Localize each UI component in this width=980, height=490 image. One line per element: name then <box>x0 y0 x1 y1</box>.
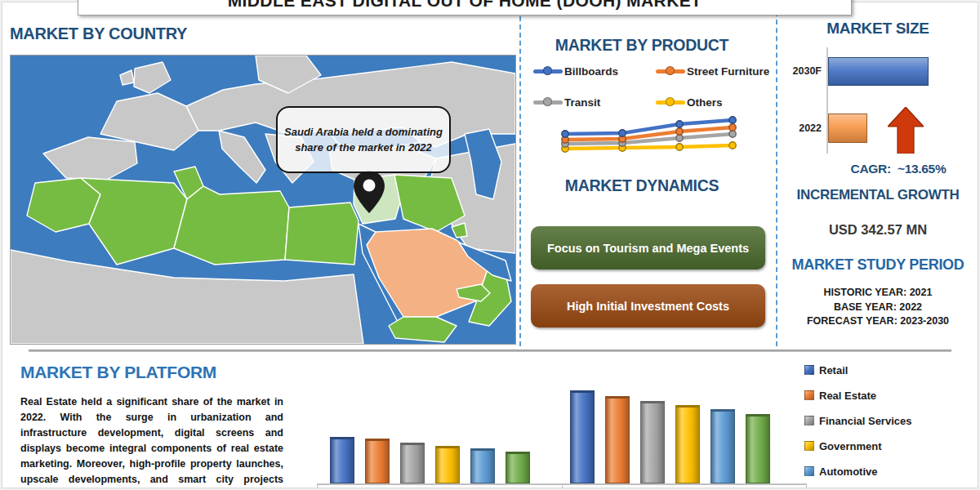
data-point-marker <box>676 121 683 127</box>
title-banner: MIDDLE EAST DIGITAL OUT OF HOME (DOOH) M… <box>78 0 852 16</box>
cagr-label: CAGR: <box>851 162 891 176</box>
restraint-box: High Initial Investment Costs <box>531 284 765 327</box>
legend-swatch-icon <box>804 441 814 451</box>
bar-automotive <box>470 448 495 483</box>
platform-legend-label: Government <box>819 440 882 452</box>
product-legend-item-others: Others <box>656 96 772 109</box>
platform-legend-item-automotive: Automotive <box>804 466 911 477</box>
map-region-libya <box>174 186 289 265</box>
page-title: MIDDLE EAST DIGITAL OUT OF HOME (DOOH) M… <box>228 0 702 11</box>
map-region-egypt <box>285 203 359 265</box>
market-size-bar-2022 <box>828 114 867 143</box>
map-graphic <box>11 56 515 344</box>
data-point-marker <box>729 131 736 137</box>
product-legend-label: Billboards <box>564 65 618 78</box>
data-point-marker <box>729 142 736 149</box>
market-dynamics-heading: MARKET DYNAMICS <box>535 176 749 195</box>
legend-swatch-icon <box>804 466 814 476</box>
market-size-label-2022: 2022 <box>776 122 822 134</box>
bar-financial-services <box>400 443 425 483</box>
product-legend: BillboardsStreet FurnitureTransitOthers <box>533 65 772 109</box>
bar-real-estate <box>605 396 630 483</box>
product-legend-item-transit: Transit <box>533 96 656 109</box>
product-legend-label: Transit <box>564 96 600 109</box>
legend-swatch-icon <box>804 390 814 400</box>
incremental-growth-value: USD 342.57 MN <box>780 222 976 238</box>
dashed-separator-left <box>519 16 521 346</box>
dashed-separator-right <box>776 11 777 346</box>
axis-tick <box>562 483 563 488</box>
data-point-marker <box>729 117 736 123</box>
map-region-yemen <box>389 317 457 342</box>
infographic-page: MIDDLE EAST DIGITAL OUT OF HOME (DOOH) M… <box>0 0 980 490</box>
platform-paragraph: Real Estate held a significant share of … <box>20 394 283 490</box>
line-marker-icon <box>533 100 563 105</box>
historic-year: HISTORIC YEAR: 2021 <box>780 286 976 301</box>
product-legend-label: Street Furniture <box>687 65 769 78</box>
market-by-country-heading: MARKET BY COUNTRY <box>10 24 187 43</box>
map-region-uk <box>134 62 171 93</box>
data-point-marker <box>562 131 568 137</box>
bar-group-2 <box>570 390 770 483</box>
data-point-marker <box>729 124 736 131</box>
data-point-marker <box>619 130 626 136</box>
platform-legend-label: Financial Services <box>819 415 911 427</box>
trend-line-billboards <box>565 120 733 134</box>
platform-legend-item-financial-services: Financial Services <box>804 415 911 426</box>
forecast-year: FORECAST YEAR: 2023-2030 <box>780 314 976 329</box>
bar-real-estate <box>365 439 390 483</box>
axis-tick <box>806 483 807 488</box>
bar-retail <box>570 390 595 483</box>
horizontal-separator <box>29 350 951 352</box>
bar-automotive <box>710 409 735 483</box>
line-marker-icon <box>533 69 563 74</box>
saudi-arabia-callout: Saudi Arabia held a dominating share of … <box>276 106 451 173</box>
growth-arrow-icon <box>888 107 924 154</box>
market-size-heading: MARKET SIZE <box>780 20 976 38</box>
platform-legend-item-government: Government <box>804 440 911 452</box>
platform-legend-label: Automotive <box>819 466 878 478</box>
platform-legend-item-retail: Retail <box>804 364 911 376</box>
map-region-italy <box>219 131 265 183</box>
cagr-line: CAGR: ~13.65% <box>821 162 976 176</box>
bar-series-6 <box>746 414 770 483</box>
callout-text: Saudi Arabia held a dominating share of … <box>284 124 443 156</box>
bar-government <box>675 405 700 483</box>
axis-tick <box>317 483 318 488</box>
map-region-iberia <box>43 137 137 180</box>
market-size-label-2030: 2030F <box>776 65 822 77</box>
market-by-product-heading: MARKET BY PRODUCT <box>535 36 749 55</box>
base-year: BASE YEAR: 2022 <box>780 301 976 315</box>
data-point-marker <box>676 128 683 135</box>
legend-swatch-icon <box>804 416 814 425</box>
platform-legend-label: Retail <box>819 364 848 376</box>
market-study-period-heading: MARKET STUDY PERIOD <box>780 256 976 274</box>
platform-legend-item-real-estate: Real Estate <box>804 390 911 401</box>
middle-east-map <box>10 55 516 345</box>
map-region-ireland <box>120 70 134 85</box>
bar-series-6 <box>506 452 530 483</box>
line-marker-icon <box>656 100 685 105</box>
bar-financial-services <box>640 401 665 483</box>
driver-text: Focus on Tourism and Mega Events <box>547 242 749 255</box>
market-by-platform-heading: MARKET BY PLATFORM <box>20 363 216 382</box>
trend-line-others <box>565 145 733 149</box>
product-legend-label: Others <box>687 96 723 109</box>
map-region-algeria <box>81 178 187 265</box>
bar-retail <box>330 437 354 483</box>
map-region-africa-gray <box>11 250 363 344</box>
driver-box: Focus on Tourism and Mega Events <box>531 226 765 270</box>
platform-legend: RetailReal EstateFinancial ServicesGover… <box>804 364 911 477</box>
platform-legend-label: Real Estate <box>819 390 876 402</box>
product-legend-item-street-furniture: Street Furniture <box>656 65 772 78</box>
product-legend-item-billboards: Billboards <box>533 65 656 78</box>
market-size-bar-2030 <box>828 57 929 86</box>
product-trend-chart <box>557 114 738 156</box>
incremental-growth-heading: INCREMENTAL GROWTH <box>780 187 976 203</box>
legend-swatch-icon <box>804 365 814 375</box>
line-marker-icon <box>656 69 685 74</box>
data-point-marker <box>676 135 683 141</box>
restraint-text: High Initial Investment Costs <box>567 300 729 313</box>
platform-bar-chart <box>318 363 807 483</box>
data-point-marker <box>676 144 683 150</box>
